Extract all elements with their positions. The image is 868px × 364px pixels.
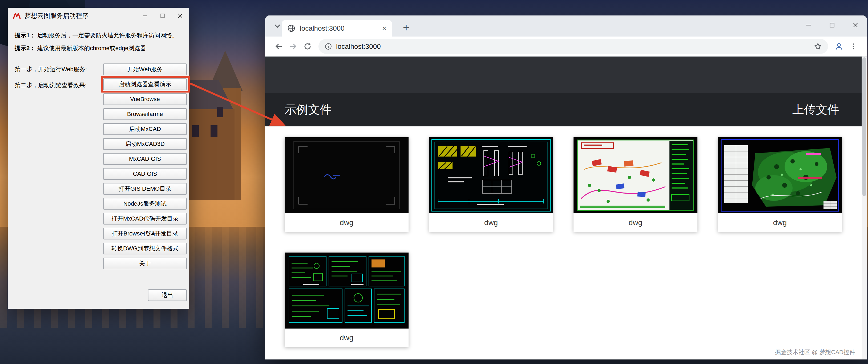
mxcad-gis-button[interactable]: MxCAD GIS (103, 153, 187, 165)
open-browser-demo-button[interactable]: 启动浏览器查看演示 (103, 79, 187, 90)
browser-window: localhost:3000 × + (265, 16, 867, 360)
profile-avatar-icon[interactable] (832, 39, 846, 54)
card-label: dwg (429, 213, 553, 232)
dwg-card-5[interactable]: dwg (285, 252, 408, 347)
launcher-button-column: 开始Web服务 启动浏览器查看演示 VueBrowse Browseifarme… (103, 63, 187, 269)
page-header-band: 示例文件 上传文件 (265, 93, 867, 126)
start-web-service-button[interactable]: 开始Web服务 (103, 63, 187, 75)
back-icon[interactable] (272, 39, 286, 54)
tip-2: 提示2： 建议使用最新版本的chrome或edge浏览器 (15, 44, 146, 52)
page-toolbar-band (265, 57, 867, 93)
step-2-label: 第二步，启动浏览查看效果: (15, 80, 87, 91)
desktop: localhost:3000 × + (0, 0, 868, 364)
dwg-thumbnail-blank-sheet (285, 137, 408, 213)
app-logo-icon (12, 11, 21, 20)
dwg-card-4[interactable]: dwg (718, 137, 842, 232)
browseiframe-button[interactable]: Browseifarme (103, 108, 187, 120)
tab-title: localhost:3000 (300, 24, 382, 33)
refresh-icon[interactable] (300, 39, 315, 54)
vuebrowse-button[interactable]: VueBrowse (103, 93, 187, 105)
about-button[interactable]: 关于 (103, 257, 187, 269)
maximize-icon[interactable] (824, 18, 840, 33)
minimize-icon[interactable] (801, 18, 816, 33)
forward-icon[interactable] (286, 39, 300, 54)
browser-window-controls (801, 18, 863, 33)
dwg-card-3[interactable]: dwg (574, 137, 698, 232)
dwg-card-2[interactable]: dwg (429, 137, 553, 232)
tip-1: 提示1： 启动服务后，一定需要防火墙允许服务程序访问网络。 (15, 31, 178, 39)
tab-favicon-globe-icon (287, 24, 296, 33)
nodejs-service-test-button[interactable]: NodeJs服务测试 (103, 198, 187, 210)
launcher-maximize-icon[interactable] (154, 8, 172, 24)
cad-gis-button[interactable]: CAD GIS (103, 168, 187, 180)
browser-tab-strip: localhost:3000 × + (265, 16, 867, 36)
tab-close-icon[interactable]: × (382, 24, 387, 32)
dwg-thumbnail-structural-details (429, 137, 553, 213)
tip-1-label: 提示1： (15, 32, 35, 39)
address-bar[interactable]: localhost:3000 (318, 39, 828, 54)
launcher-minimize-icon[interactable] (136, 8, 154, 24)
convert-dwg-button[interactable]: 转换DWG到梦想文件格式 (103, 243, 187, 254)
dwg-thumbnail-landscape-plan (718, 137, 842, 213)
scrollbar-thumb[interactable] (862, 57, 866, 196)
dwg-card-1[interactable]: dwg (285, 137, 408, 232)
site-info-icon[interactable] (324, 42, 332, 51)
close-icon[interactable] (848, 18, 863, 33)
card-label: dwg (285, 213, 408, 232)
page-scrollbar[interactable] (862, 57, 867, 360)
launcher-close-icon[interactable] (172, 8, 189, 24)
url-text[interactable]: localhost:3000 (336, 42, 814, 51)
browser-tab[interactable]: localhost:3000 × (282, 20, 392, 36)
exit-button[interactable]: 退出 (148, 289, 187, 301)
launcher-titlebar[interactable]: 梦想云图服务启动程序 (8, 8, 189, 24)
tip-2-label: 提示2： (15, 45, 35, 52)
open-mxcad-dev-dir-button[interactable]: 打开MxCAD代码开发目录 (103, 213, 187, 224)
sample-file-grid: dwg (285, 137, 842, 347)
dwg-thumbnail-elevation-sheets (285, 252, 408, 329)
web-page: 示例文件 上传文件 (265, 57, 867, 360)
browser-toolbar: localhost:3000 (265, 36, 867, 57)
new-tab-button[interactable]: + (400, 22, 412, 34)
annotation-arrow (184, 76, 296, 135)
card-label: dwg (718, 213, 842, 232)
open-gis-demo-dir-button[interactable]: 打开GIS DEMO目录 (103, 183, 187, 195)
start-mxcad-button[interactable]: 启动MxCAD (103, 123, 187, 135)
watermark-text: 掘金技术社区 @ 梦想CAD控件 (775, 348, 855, 356)
open-browse-dev-dir-button[interactable]: 打开Browse代码开发目录 (103, 228, 187, 240)
card-label: dwg (285, 329, 408, 347)
bookmark-star-icon[interactable] (814, 42, 822, 51)
step-1-label: 第一步，开始运行Web服务: (15, 63, 87, 75)
tab-search-chevron-icon[interactable] (272, 21, 283, 31)
card-label: dwg (574, 213, 698, 232)
start-mxcad3d-button[interactable]: 启动MxCAD3D (103, 138, 187, 150)
upload-files-button[interactable]: 上传文件 (792, 102, 839, 118)
tip-1-text: 启动服务后，一定需要防火墙允许服务程序访问网络。 (37, 32, 178, 39)
menu-kebab-icon[interactable] (846, 39, 861, 54)
dwg-thumbnail-site-plan (574, 137, 698, 213)
launcher-window: 梦想云图服务启动程序 提示1： 启动服务后，一定需要防火墙允许服务程序访问网络。… (8, 8, 189, 309)
tip-2-text: 建议使用最新版本的chrome或edge浏览器 (37, 45, 146, 52)
launcher-window-title: 梦想云图服务启动程序 (25, 11, 136, 20)
